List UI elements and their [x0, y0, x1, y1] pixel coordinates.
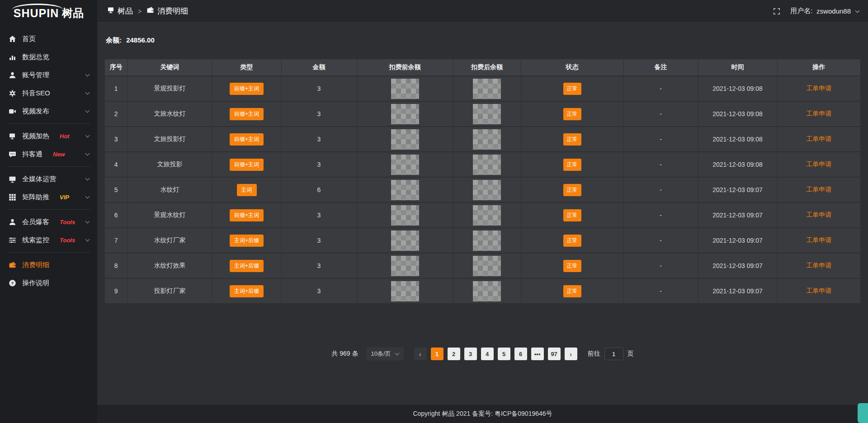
- cell-status: 正常: [521, 127, 623, 152]
- cell-keyword: 水纹灯效果: [127, 253, 212, 278]
- sidebar-item-badge: Tools: [60, 219, 75, 226]
- masked-balance-after: [473, 155, 501, 175]
- cell-action: 工单申请: [777, 278, 860, 304]
- cell-type: 主词+后缀: [212, 253, 281, 278]
- next-page-button[interactable]: ›: [565, 348, 577, 360]
- sidebar-menu: 首页数据总览账号管理抖音SEO视频发布视频加热Hot抖客通New全媒体运营矩阵助…: [0, 26, 97, 292]
- sidebar-item[interactable]: 账号管理: [0, 66, 97, 84]
- jump-suffix: 页: [627, 350, 634, 358]
- page-size-value: 10条/页: [371, 350, 391, 358]
- sidebar-item[interactable]: 抖音SEO: [0, 84, 97, 102]
- cell-type: 前缀+主词: [212, 152, 281, 177]
- chevron-down-icon: [85, 151, 90, 156]
- chevron-down-icon: [85, 219, 90, 224]
- sidebar-item[interactable]: 矩阵助推VIP: [0, 188, 97, 206]
- jump-prefix: 前往: [588, 350, 600, 358]
- cell-index: 5: [105, 177, 127, 202]
- sidebar-item[interactable]: 全媒体运营: [0, 170, 97, 188]
- consumption-table: 序号关键词类型金额扣费前余额扣费后余额状态备注时间操作 1景观投影灯前缀+主词3…: [105, 59, 860, 304]
- sidebar-item[interactable]: 会员爆客Tools: [0, 213, 97, 231]
- column-header: 扣费后余额: [453, 59, 521, 76]
- status-badge: 正常: [563, 159, 581, 171]
- screen-icon: [107, 6, 114, 16]
- ticket-request-link[interactable]: 工单申请: [806, 236, 831, 244]
- breadcrumb-home[interactable]: 树品: [107, 6, 133, 16]
- total-count: 共 969 条: [331, 350, 358, 358]
- balance-label: 余额:: [106, 36, 122, 44]
- service-widget[interactable]: [858, 403, 868, 423]
- cell-amount: 3: [281, 202, 357, 228]
- breadcrumb-current[interactable]: 消费明细: [146, 6, 188, 16]
- cell-action: 工单申请: [777, 76, 860, 101]
- ellipsis-button[interactable]: •••: [531, 348, 544, 360]
- cell-balance-before: [357, 76, 453, 101]
- cell-amount: 3: [281, 127, 357, 152]
- sidebar-item[interactable]: 视频加热Hot: [0, 127, 97, 145]
- question-icon: ?: [8, 279, 16, 287]
- fullscreen-icon[interactable]: [773, 8, 780, 15]
- ticket-request-link[interactable]: 工单申请: [806, 211, 831, 218]
- sidebar-item[interactable]: 视频发布: [0, 102, 97, 120]
- cell-status: 正常: [521, 202, 623, 228]
- user-menu[interactable]: 用户名: zswodun88: [790, 7, 859, 15]
- chevron-down-icon: [395, 351, 399, 356]
- sidebar-item[interactable]: 抖客通New: [0, 145, 97, 163]
- chevron-down-icon: [85, 133, 90, 138]
- page-button[interactable]: 6: [514, 348, 527, 360]
- page-button[interactable]: 97: [548, 348, 561, 360]
- cell-index: 8: [105, 253, 127, 278]
- footer-copyright: Copyright 树品 2021 备案号: 粤ICP备09019646号: [413, 410, 552, 418]
- cell-index: 1: [105, 76, 127, 101]
- username: zswodun88: [816, 7, 851, 15]
- cell-remark: -: [623, 101, 698, 127]
- column-header: 时间: [698, 59, 777, 76]
- ticket-request-link[interactable]: 工单申请: [806, 262, 831, 269]
- ticket-request-link[interactable]: 工单申请: [806, 186, 831, 193]
- ticket-request-link[interactable]: 工单申请: [806, 110, 831, 117]
- cell-time: 2021-12-03 09:07: [698, 253, 777, 278]
- cell-keyword: 景观投影灯: [127, 76, 212, 101]
- page-button[interactable]: 1: [431, 348, 443, 360]
- ticket-request-link[interactable]: 工单申请: [806, 160, 831, 168]
- sidebar-item[interactable]: 数据总览: [0, 48, 97, 66]
- sidebar-item-label: 会员爆客: [22, 218, 49, 226]
- cell-balance-before: [357, 202, 453, 228]
- cell-balance-after: [453, 127, 521, 152]
- ticket-request-link[interactable]: 工单申请: [806, 85, 831, 92]
- ticket-request-link[interactable]: 工单申请: [806, 135, 831, 142]
- cell-keyword: 文旅水纹灯: [127, 101, 212, 127]
- masked-balance-after: [473, 104, 501, 124]
- column-header: 序号: [105, 59, 127, 76]
- page-button[interactable]: 3: [464, 348, 477, 360]
- app-window: SHUPIN 树品 首页数据总览账号管理抖音SEO视频发布视频加热Hot抖客通N…: [0, 0, 868, 423]
- type-badge: 主词+后缀: [230, 260, 264, 272]
- cell-index: 6: [105, 202, 127, 228]
- jump-input[interactable]: [604, 348, 623, 360]
- page-button[interactable]: 5: [498, 348, 510, 360]
- ticket-request-link[interactable]: 工单申请: [806, 287, 831, 294]
- svg-text:?: ?: [11, 280, 14, 285]
- cell-time: 2021-12-03 09:08: [698, 76, 777, 101]
- sidebar-item[interactable]: 首页: [0, 30, 97, 48]
- cell-status: 正常: [521, 101, 623, 127]
- masked-balance-before: [391, 129, 419, 150]
- cell-amount: 3: [281, 76, 357, 101]
- prev-page-button[interactable]: ‹: [414, 348, 427, 360]
- cell-balance-after: [453, 177, 521, 202]
- chevron-down-icon: [85, 90, 90, 95]
- masked-balance-after: [473, 256, 501, 276]
- column-header: 状态: [521, 59, 623, 76]
- user-icon: [8, 71, 16, 79]
- column-header: 操作: [777, 59, 860, 76]
- cell-balance-before: [357, 253, 453, 278]
- page-button[interactable]: 2: [448, 348, 460, 360]
- sidebar-item[interactable]: ?操作说明: [0, 274, 97, 292]
- cell-remark: -: [623, 152, 698, 177]
- breadcrumb-separator: >: [138, 8, 142, 15]
- page-size-select[interactable]: 10条/页: [366, 347, 404, 361]
- sidebar-item[interactable]: 线索监控Tools: [0, 231, 97, 249]
- page-button[interactable]: 4: [481, 348, 494, 360]
- type-badge: 主词+后缀: [230, 285, 264, 297]
- sidebar-item[interactable]: 消费明细: [0, 256, 97, 274]
- chevron-down-icon: [85, 72, 90, 77]
